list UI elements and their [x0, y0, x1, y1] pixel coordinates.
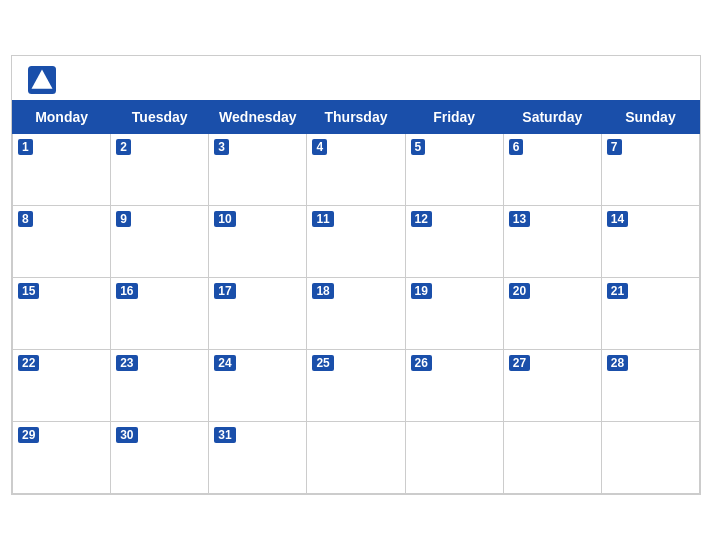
week-row-5: 293031	[13, 422, 700, 494]
day-number: 25	[312, 355, 333, 371]
day-number: 24	[214, 355, 235, 371]
calendar-cell: 22	[13, 350, 111, 422]
day-number: 18	[312, 283, 333, 299]
calendar-cell: 25	[307, 350, 405, 422]
weekday-header-monday: Monday	[13, 101, 111, 134]
day-number: 11	[312, 211, 333, 227]
weekday-header-thursday: Thursday	[307, 101, 405, 134]
day-number: 12	[411, 211, 432, 227]
day-number: 14	[607, 211, 628, 227]
calendar-cell: 21	[601, 278, 699, 350]
calendar-cell: 3	[209, 134, 307, 206]
calendar-thead: MondayTuesdayWednesdayThursdayFridaySatu…	[13, 101, 700, 134]
calendar-cell: 4	[307, 134, 405, 206]
day-number: 22	[18, 355, 39, 371]
day-number: 1	[18, 139, 33, 155]
day-number: 4	[312, 139, 327, 155]
day-number: 21	[607, 283, 628, 299]
calendar-cell: 2	[111, 134, 209, 206]
calendar-cell: 31	[209, 422, 307, 494]
day-number: 28	[607, 355, 628, 371]
calendar-cell: 1	[13, 134, 111, 206]
day-number: 16	[116, 283, 137, 299]
calendar-cell: 6	[503, 134, 601, 206]
day-number: 9	[116, 211, 131, 227]
calendar-cell: 26	[405, 350, 503, 422]
calendar-cell: 23	[111, 350, 209, 422]
day-number: 29	[18, 427, 39, 443]
calendar-cell: 19	[405, 278, 503, 350]
calendar-table: MondayTuesdayWednesdayThursdayFridaySatu…	[12, 100, 700, 494]
calendar-cell: 14	[601, 206, 699, 278]
calendar-cell: 7	[601, 134, 699, 206]
day-number: 15	[18, 283, 39, 299]
calendar-cell: 12	[405, 206, 503, 278]
week-row-3: 15161718192021	[13, 278, 700, 350]
day-number: 10	[214, 211, 235, 227]
day-number: 5	[411, 139, 426, 155]
calendar-cell: 11	[307, 206, 405, 278]
calendar-cell: 15	[13, 278, 111, 350]
day-number: 27	[509, 355, 530, 371]
calendar-cell: 8	[13, 206, 111, 278]
day-number: 31	[214, 427, 235, 443]
weekday-header-wednesday: Wednesday	[209, 101, 307, 134]
calendar-body: 1234567891011121314151617181920212223242…	[13, 134, 700, 494]
weekday-header-tuesday: Tuesday	[111, 101, 209, 134]
calendar-cell: 30	[111, 422, 209, 494]
calendar-cell	[601, 422, 699, 494]
calendar-cell: 13	[503, 206, 601, 278]
calendar-cell: 17	[209, 278, 307, 350]
calendar: MondayTuesdayWednesdayThursdayFridaySatu…	[11, 55, 701, 495]
week-row-4: 22232425262728	[13, 350, 700, 422]
day-number: 13	[509, 211, 530, 227]
day-number: 6	[509, 139, 524, 155]
calendar-cell: 5	[405, 134, 503, 206]
calendar-cell: 24	[209, 350, 307, 422]
calendar-cell	[503, 422, 601, 494]
calendar-cell	[405, 422, 503, 494]
week-row-1: 1234567	[13, 134, 700, 206]
calendar-cell	[307, 422, 405, 494]
day-number: 23	[116, 355, 137, 371]
general-blue-icon	[28, 66, 56, 94]
calendar-cell: 16	[111, 278, 209, 350]
weekday-header-sunday: Sunday	[601, 101, 699, 134]
day-number: 3	[214, 139, 229, 155]
calendar-cell: 29	[13, 422, 111, 494]
day-number: 17	[214, 283, 235, 299]
calendar-cell: 10	[209, 206, 307, 278]
calendar-cell: 9	[111, 206, 209, 278]
day-number: 19	[411, 283, 432, 299]
calendar-cell: 18	[307, 278, 405, 350]
weekday-header-row: MondayTuesdayWednesdayThursdayFridaySatu…	[13, 101, 700, 134]
day-number: 26	[411, 355, 432, 371]
weekday-header-saturday: Saturday	[503, 101, 601, 134]
calendar-cell: 27	[503, 350, 601, 422]
calendar-header	[12, 56, 700, 100]
day-number: 2	[116, 139, 131, 155]
week-row-2: 891011121314	[13, 206, 700, 278]
weekday-header-friday: Friday	[405, 101, 503, 134]
day-number: 30	[116, 427, 137, 443]
calendar-cell: 28	[601, 350, 699, 422]
logo-area	[28, 66, 60, 94]
day-number: 7	[607, 139, 622, 155]
calendar-cell: 20	[503, 278, 601, 350]
day-number: 8	[18, 211, 33, 227]
day-number: 20	[509, 283, 530, 299]
